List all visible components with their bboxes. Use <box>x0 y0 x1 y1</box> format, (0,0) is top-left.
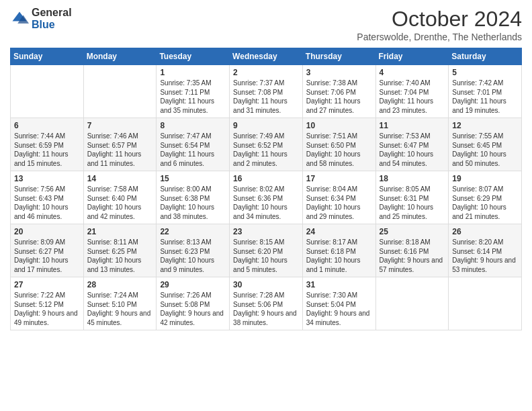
day-info: Sunrise: 7:47 AMSunset: 6:54 PMDaylight:… <box>160 132 226 168</box>
calendar-cell: 3Sunrise: 7:38 AMSunset: 7:06 PMDaylight… <box>302 65 375 118</box>
header-row: Sunday Monday Tuesday Wednesday Thursday… <box>11 48 522 65</box>
calendar-week-4: 20Sunrise: 8:09 AMSunset: 6:27 PMDayligh… <box>11 224 522 277</box>
sunrise-text: Sunrise: 8:15 AM <box>233 238 284 246</box>
calendar-cell: 2Sunrise: 7:37 AMSunset: 7:08 PMDaylight… <box>230 65 303 118</box>
day-number: 15 <box>160 174 226 183</box>
calendar-cell: 28Sunrise: 7:24 AMSunset: 5:10 PMDayligh… <box>83 277 157 330</box>
sunset-text: Sunset: 6:57 PM <box>87 142 137 149</box>
sunrise-text: Sunrise: 7:47 AM <box>160 132 211 140</box>
title-block: October 2024 Paterswolde, Drenthe, The N… <box>357 7 522 42</box>
day-number: 8 <box>160 121 226 130</box>
day-number: 17 <box>306 174 372 183</box>
daylight-text: Daylight: 10 hours and 34 minutes. <box>233 203 287 220</box>
day-number: 10 <box>306 121 372 130</box>
col-monday: Monday <box>83 48 157 65</box>
daylight-text: Daylight: 10 hours and 54 minutes. <box>380 150 434 167</box>
sunrise-text: Sunrise: 8:18 AM <box>380 238 431 246</box>
sunset-text: Sunset: 6:59 PM <box>14 142 64 149</box>
sunset-text: Sunset: 5:08 PM <box>160 301 210 308</box>
logo-text: General Blue <box>32 7 72 30</box>
daylight-text: Daylight: 10 hours and 13 minutes. <box>87 257 142 273</box>
day-info: Sunrise: 8:11 AMSunset: 6:25 PMDaylight:… <box>87 238 153 274</box>
daylight-text: Daylight: 11 hours and 15 minutes. <box>14 150 69 167</box>
calendar-cell: 24Sunrise: 8:17 AMSunset: 6:18 PMDayligh… <box>302 224 375 277</box>
calendar-cell: 18Sunrise: 8:05 AMSunset: 6:31 PMDayligh… <box>375 171 449 224</box>
day-info: Sunrise: 7:51 AMSunset: 6:50 PMDaylight:… <box>306 132 372 168</box>
daylight-text: Daylight: 10 hours and 9 minutes. <box>160 257 214 273</box>
day-info: Sunrise: 7:35 AMSunset: 7:11 PMDaylight:… <box>160 79 226 115</box>
daylight-text: Daylight: 9 hours and 49 minutes. <box>14 310 78 326</box>
header: General Blue October 2024 Paterswolde, D… <box>10 7 522 42</box>
daylight-text: Daylight: 11 hours and 2 minutes. <box>233 150 287 167</box>
day-info: Sunrise: 8:05 AMSunset: 6:31 PMDaylight:… <box>380 185 445 221</box>
sunrise-text: Sunrise: 8:11 AM <box>87 238 138 246</box>
sunrise-text: Sunrise: 7:38 AM <box>306 79 357 87</box>
location-subtitle: Paterswolde, Drenthe, The Netherlands <box>357 32 522 42</box>
sunrise-text: Sunrise: 7:28 AM <box>233 291 284 299</box>
day-number: 13 <box>14 174 80 183</box>
calendar-table: Sunday Monday Tuesday Wednesday Thursday… <box>10 48 522 330</box>
sunset-text: Sunset: 6:31 PM <box>380 195 429 202</box>
calendar-cell: 21Sunrise: 8:11 AMSunset: 6:25 PMDayligh… <box>83 224 157 277</box>
day-number: 26 <box>452 227 518 236</box>
calendar-cell: 14Sunrise: 7:58 AMSunset: 6:40 PMDayligh… <box>83 171 157 224</box>
sunset-text: Sunset: 6:20 PM <box>233 248 283 255</box>
sunset-text: Sunset: 6:23 PM <box>160 248 210 255</box>
sunrise-text: Sunrise: 7:56 AM <box>14 185 65 193</box>
calendar-week-2: 6Sunrise: 7:44 AMSunset: 6:59 PMDaylight… <box>11 118 522 171</box>
day-number: 18 <box>380 174 445 183</box>
col-sunday: Sunday <box>11 48 84 65</box>
calendar-cell: 16Sunrise: 8:02 AMSunset: 6:36 PMDayligh… <box>230 171 303 224</box>
calendar-cell: 9Sunrise: 7:49 AMSunset: 6:52 PMDaylight… <box>230 118 303 171</box>
sunrise-text: Sunrise: 7:22 AM <box>14 291 65 299</box>
sunrise-text: Sunrise: 7:53 AM <box>380 132 431 140</box>
sunrise-text: Sunrise: 7:26 AM <box>160 291 211 299</box>
calendar-cell: 8Sunrise: 7:47 AMSunset: 6:54 PMDaylight… <box>157 118 230 171</box>
daylight-text: Daylight: 11 hours and 19 minutes. <box>452 97 506 114</box>
sunset-text: Sunset: 6:16 PM <box>380 248 429 255</box>
day-number: 30 <box>233 280 299 289</box>
day-info: Sunrise: 7:30 AMSunset: 5:04 PMDaylight:… <box>306 291 372 327</box>
logo-blue-text: Blue <box>32 19 72 31</box>
logo: General Blue <box>10 7 72 30</box>
day-number: 19 <box>452 174 518 183</box>
sunset-text: Sunset: 6:25 PM <box>87 248 137 255</box>
calendar-cell <box>11 65 84 118</box>
day-number: 23 <box>233 227 299 236</box>
calendar-cell: 1Sunrise: 7:35 AMSunset: 7:11 PMDaylight… <box>157 65 230 118</box>
day-info: Sunrise: 7:37 AMSunset: 7:08 PMDaylight:… <box>233 79 299 115</box>
day-info: Sunrise: 7:24 AMSunset: 5:10 PMDaylight:… <box>87 291 153 327</box>
daylight-text: Daylight: 10 hours and 50 minutes. <box>452 150 506 167</box>
sunrise-text: Sunrise: 7:24 AM <box>87 291 138 299</box>
sunset-text: Sunset: 7:01 PM <box>452 89 502 96</box>
day-number: 20 <box>14 227 80 236</box>
day-info: Sunrise: 8:15 AMSunset: 6:20 PMDaylight:… <box>233 238 299 274</box>
day-info: Sunrise: 7:44 AMSunset: 6:59 PMDaylight:… <box>14 132 80 168</box>
logo-general-text: General <box>32 7 72 19</box>
calendar-cell <box>375 277 449 330</box>
daylight-text: Daylight: 10 hours and 25 minutes. <box>380 203 434 220</box>
day-info: Sunrise: 8:17 AMSunset: 6:18 PMDaylight:… <box>306 238 372 274</box>
day-number: 29 <box>160 280 226 289</box>
daylight-text: Daylight: 11 hours and 31 minutes. <box>233 97 287 114</box>
daylight-text: Daylight: 11 hours and 35 minutes. <box>160 97 214 114</box>
calendar-cell: 31Sunrise: 7:30 AMSunset: 5:04 PMDayligh… <box>302 277 375 330</box>
sunrise-text: Sunrise: 7:35 AM <box>160 79 211 87</box>
day-number: 9 <box>233 121 299 130</box>
day-info: Sunrise: 8:13 AMSunset: 6:23 PMDaylight:… <box>160 238 226 274</box>
day-number: 6 <box>14 121 80 130</box>
sunset-text: Sunset: 6:29 PM <box>452 195 502 202</box>
daylight-text: Daylight: 11 hours and 27 minutes. <box>306 97 361 114</box>
calendar-cell: 4Sunrise: 7:40 AMSunset: 7:04 PMDaylight… <box>375 65 449 118</box>
day-info: Sunrise: 7:42 AMSunset: 7:01 PMDaylight:… <box>452 79 518 115</box>
day-number: 22 <box>160 227 226 236</box>
sunset-text: Sunset: 6:54 PM <box>160 142 210 149</box>
daylight-text: Daylight: 9 hours and 57 minutes. <box>380 257 443 273</box>
day-number: 7 <box>87 121 153 130</box>
daylight-text: Daylight: 9 hours and 34 minutes. <box>306 310 370 326</box>
daylight-text: Daylight: 10 hours and 5 minutes. <box>233 257 287 273</box>
calendar-cell: 22Sunrise: 8:13 AMSunset: 6:23 PMDayligh… <box>157 224 230 277</box>
sunset-text: Sunset: 5:10 PM <box>87 301 137 308</box>
sunset-text: Sunset: 6:18 PM <box>306 248 356 255</box>
calendar-cell <box>449 277 522 330</box>
